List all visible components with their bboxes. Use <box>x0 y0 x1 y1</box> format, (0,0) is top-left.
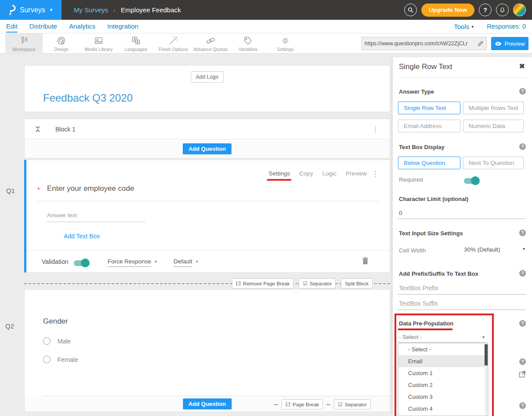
chevron-down-icon[interactable]: ▾ <box>523 246 525 251</box>
dropdown-option-custom2[interactable]: Custom 2 <box>398 379 488 391</box>
default-dropdown[interactable]: Default ▾ <box>174 258 198 267</box>
help-icon[interactable]: ? <box>519 320 526 327</box>
display-next-to-question[interactable]: Next To Question <box>463 157 524 169</box>
top-bar: Surveys ▾ My Surveys › Employee Feedback… <box>0 0 532 20</box>
edit-url-button[interactable] <box>475 40 486 47</box>
textbox-suffix-input[interactable]: TextBox Suffix <box>399 300 438 307</box>
answer-type-numeric-data[interactable]: Numeric Data <box>463 120 524 132</box>
help-icon[interactable]: ? <box>519 358 526 365</box>
radio-button-icon[interactable] <box>43 337 51 345</box>
answer-type-single-row-text[interactable]: Single Row Text <box>398 102 460 114</box>
responses-count[interactable]: Responses: 0 <box>487 23 526 30</box>
tab-analytics[interactable]: Analytics <box>69 22 95 31</box>
user-avatar[interactable] <box>513 4 526 16</box>
close-panel-button[interactable]: ✖ <box>519 62 525 70</box>
question-text-q2[interactable]: Gender <box>43 317 68 326</box>
preview-button[interactable]: Preview <box>491 37 528 50</box>
question-card-q1: Settings Copy Logic Preview ⋮ * Enter yo… <box>24 160 390 273</box>
cell-width-value[interactable]: 30% (Default) <box>464 246 500 253</box>
add-question-button-bottom[interactable]: Add Question <box>183 398 232 409</box>
tab-integration[interactable]: Integration <box>107 22 138 31</box>
annotation-underline <box>398 328 452 330</box>
radio-option-male[interactable]: Male <box>43 337 71 345</box>
toolbar-item-media-library[interactable]: Media Library <box>80 33 117 54</box>
help-icon[interactable]: ? <box>519 270 526 277</box>
question-tab-copy[interactable]: Copy <box>299 170 313 177</box>
tools-menu[interactable]: Tools ▾ <box>454 23 474 30</box>
chevron-down-icon: ▾ <box>155 259 157 264</box>
prefix-suffix-label: Add Prefix/Suffix To Text Box <box>399 270 478 277</box>
radio-button-icon[interactable] <box>43 356 51 363</box>
dropdown-option-custom4[interactable]: Custom 4 <box>398 403 488 415</box>
help-icon[interactable]: ? <box>519 402 526 409</box>
breadcrumb-my-surveys[interactable]: My Surveys <box>74 6 108 14</box>
question-tab-settings[interactable]: Settings <box>268 170 290 177</box>
add-question-button-top[interactable]: Add Question <box>183 143 232 154</box>
block-menu-kebab-icon[interactable]: ⋮ <box>372 124 379 134</box>
force-response-dropdown[interactable]: Force Response ▾ <box>108 258 157 267</box>
add-text-box-link[interactable]: Add Text Box <box>64 233 100 240</box>
help-icon[interactable]: ? <box>519 88 526 95</box>
external-link-button[interactable] <box>519 371 526 380</box>
textbox-prefix-input[interactable]: TextBox Prefix <box>399 285 438 292</box>
answer-text-underline <box>46 222 145 222</box>
help-icon[interactable]: ? <box>519 230 526 236</box>
help-button[interactable]: ? <box>479 4 492 16</box>
question-list-footer: Add Question Page Break ☑ Separator <box>25 396 390 412</box>
toolbar-item-languages[interactable]: Languages <box>117 33 155 54</box>
remove-page-break-button[interactable]: Remove Page Break <box>232 278 293 288</box>
split-block-button[interactable]: Split Block <box>341 278 373 288</box>
workspace-icon <box>19 36 29 46</box>
tab-distribute[interactable]: Distribute <box>29 22 57 31</box>
toolbar-item-workspace[interactable]: Workspace <box>5 33 43 54</box>
validation-toggle[interactable] <box>74 260 89 266</box>
question-number-q1: Q1 <box>6 187 15 194</box>
answer-type-email-address[interactable]: Email Address <box>398 120 460 132</box>
question-tab-preview[interactable]: Preview <box>346 170 367 177</box>
dropdown-option-select[interactable]: - Select - <box>398 343 488 355</box>
app-logo-menu[interactable]: Surveys ▾ <box>0 0 62 20</box>
survey-title[interactable]: Feedback Q3 2020 <box>43 92 133 104</box>
notifications-button[interactable] <box>496 4 509 16</box>
character-limit-input[interactable]: 0 <box>399 210 402 216</box>
chain-links-icon <box>206 36 216 46</box>
block-name[interactable]: Block 1 <box>55 126 76 133</box>
dropdown-option-custom3[interactable]: Custom 3 <box>398 391 488 403</box>
dash-segment <box>326 404 330 405</box>
page-break-button[interactable]: Page Break <box>282 399 323 409</box>
separator-button[interactable]: ☑ Separator <box>299 278 336 288</box>
dropdown-option-email[interactable]: Email <box>398 355 488 367</box>
dropdown-option-custom1[interactable]: Custom 1 <box>398 367 488 379</box>
toolbar-item-variables[interactable]: Variables <box>229 33 267 54</box>
separator-button-bottom[interactable]: ☑ Separator <box>334 399 371 409</box>
survey-url-input[interactable] <box>362 40 475 47</box>
data-pre-population-select[interactable]: - Select - ▾ <box>398 332 486 343</box>
toolbar-item-settings[interactable]: Settings <box>267 33 304 54</box>
required-toggle[interactable] <box>464 178 479 184</box>
collapse-block-icon[interactable] <box>35 125 40 133</box>
toolbar-item-finish-options[interactable]: Finish Options <box>155 33 192 54</box>
answer-type-multiple-rows-text[interactable]: Multiple Rows Text <box>463 102 524 114</box>
divider <box>399 77 526 78</box>
question-menu-kebab-icon[interactable]: ⋮ <box>372 169 379 179</box>
toolbar-item-advance-quotas[interactable]: Advance Quotas <box>192 33 229 54</box>
bell-icon <box>499 7 506 14</box>
search-button[interactable] <box>404 4 417 16</box>
delete-question-button[interactable] <box>362 257 369 266</box>
toolbar-item-design[interactable]: Design <box>43 33 80 54</box>
chevron-down-icon: ▾ <box>196 259 198 264</box>
add-logo-button[interactable]: Add Logo <box>191 71 224 83</box>
dropdown-scrollbar[interactable] <box>485 343 488 416</box>
question-text-q1[interactable]: Enter your employee code <box>47 184 134 193</box>
scrollbar-thumb[interactable] <box>485 344 488 365</box>
product-name: Surveys <box>20 6 45 14</box>
display-below-question[interactable]: Below Question <box>398 157 460 169</box>
answer-text-placeholder[interactable]: Answer text <box>47 212 77 219</box>
tab-edit[interactable]: Edit <box>6 22 18 31</box>
page-break-buttons: Remove Page Break ☑ Separator Split Bloc… <box>232 278 373 288</box>
question-tab-logic[interactable]: Logic <box>322 170 337 177</box>
radio-option-female[interactable]: Female <box>43 356 78 363</box>
pencil-icon <box>478 40 484 47</box>
upgrade-now-button[interactable]: Upgrade Now <box>421 4 474 17</box>
help-icon[interactable]: ? <box>519 143 526 150</box>
